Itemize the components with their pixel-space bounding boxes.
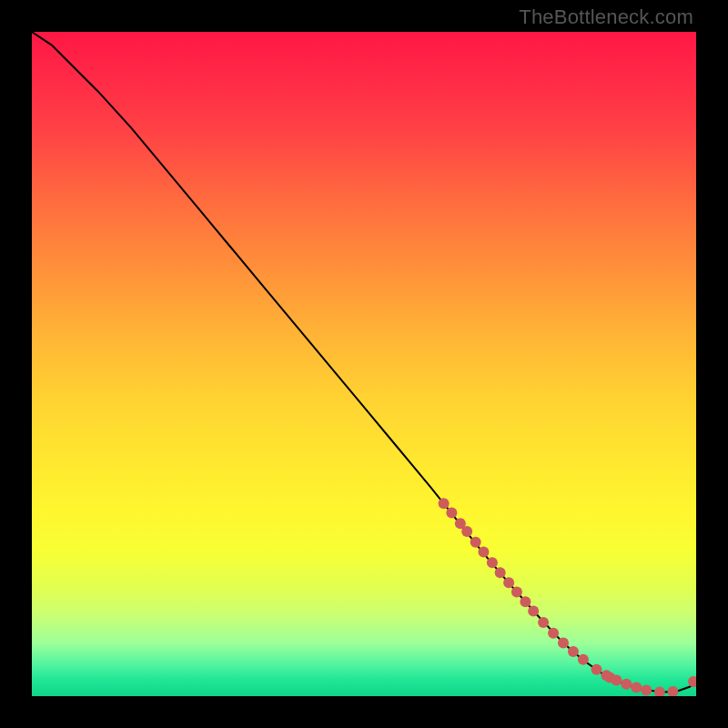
- chart-marker: [688, 676, 696, 687]
- chart-marker: [470, 537, 481, 548]
- chart-marker: [503, 577, 514, 588]
- chart-marker: [641, 684, 652, 695]
- chart-marker: [654, 687, 665, 696]
- chart-marker: [478, 547, 489, 558]
- chart-data-layer: [32, 32, 696, 696]
- chart-marker: [461, 526, 472, 537]
- chart-marker: [568, 646, 579, 657]
- chart-line: [32, 32, 696, 693]
- chart-marker: [511, 586, 522, 597]
- chart-marker: [548, 628, 559, 639]
- chart-marker: [528, 606, 539, 617]
- chart-marker: [446, 508, 457, 519]
- chart-marker: [520, 596, 531, 607]
- chart-marker: [592, 664, 602, 675]
- chart-marker: [439, 498, 450, 509]
- chart-marker: [487, 557, 498, 568]
- chart-marker: [621, 679, 632, 690]
- chart-marker: [578, 654, 589, 665]
- chart-marker: [631, 682, 642, 693]
- chart-marker: [558, 638, 569, 649]
- chart-area: [32, 32, 696, 696]
- chart-marker: [611, 674, 622, 685]
- chart-marker: [495, 567, 506, 578]
- chart-marker: [667, 686, 678, 696]
- chart-marker: [538, 617, 549, 628]
- chart-markers: [439, 498, 696, 696]
- watermark-text: TheBottleneck.com: [519, 5, 693, 29]
